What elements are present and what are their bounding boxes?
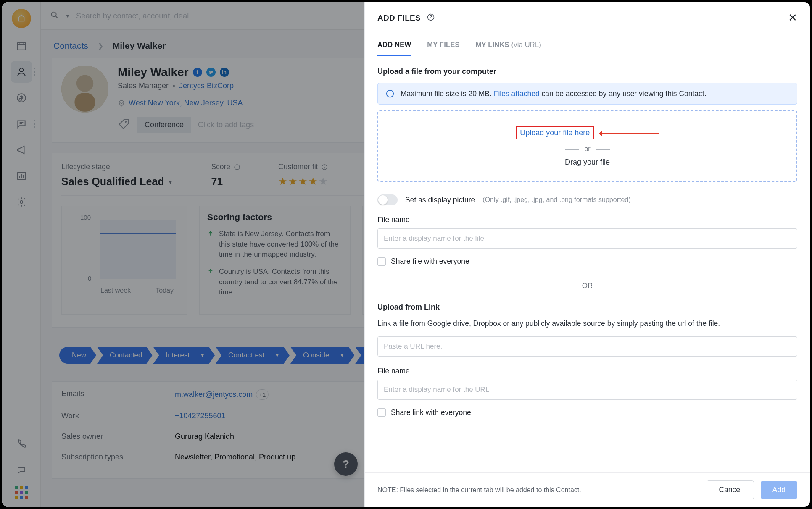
info-icon — [385, 89, 395, 98]
upload-section-title: Upload a file from your computer — [377, 67, 797, 76]
dropzone-or: or — [378, 145, 796, 153]
display-picture-hint: (Only .gif, .jpeg, .jpg, and .png format… — [482, 196, 630, 204]
url-input[interactable] — [377, 336, 797, 357]
info-banner: Maximum file size is 20 MB. Files attach… — [377, 83, 797, 105]
url-name-label: File name — [377, 367, 797, 375]
link-section-desc: Link a file from Google drive, Dropbox o… — [377, 318, 797, 329]
tab-my-files[interactable]: MY FILES — [427, 34, 459, 56]
share-link-checkbox[interactable] — [377, 408, 386, 417]
footer-note: NOTE: Files selected in the current tab … — [377, 486, 581, 494]
files-attached-link[interactable]: Files attached — [494, 89, 540, 98]
filename-input[interactable] — [377, 228, 797, 249]
help-icon[interactable] — [427, 13, 435, 23]
banner-text-pre: Maximum file size is 20 MB. — [401, 89, 494, 98]
filename-label: File name — [377, 215, 797, 224]
cancel-button[interactable]: Cancel — [707, 480, 754, 499]
display-picture-label: Set as display picture — [405, 196, 475, 205]
close-icon[interactable]: ✕ — [788, 11, 797, 24]
add-files-modal: ADD FILES ✕ ADD NEW MY FILES MY LINKS (v… — [364, 2, 810, 507]
link-section-title: Upload from Link — [377, 303, 797, 312]
upload-file-link[interactable]: Upload your file here — [516, 126, 594, 139]
tab-my-links[interactable]: MY LINKS (via URL) — [476, 34, 541, 56]
tab-add-new[interactable]: ADD NEW — [377, 34, 411, 56]
dropzone-drag-text: Drag your file — [378, 158, 796, 167]
share-file-checkbox[interactable] — [377, 257, 386, 266]
modal-title: ADD FILES — [377, 13, 421, 23]
share-file-label: Share file with everyone — [391, 257, 469, 266]
display-picture-toggle[interactable] — [377, 194, 398, 205]
add-button[interactable]: Add — [761, 481, 797, 499]
modal-footer: NOTE: Files selected in the current tab … — [365, 472, 810, 507]
banner-text-post: can be accessed by any user viewing this… — [540, 89, 707, 98]
annotation-arrow — [600, 133, 659, 134]
url-name-input[interactable] — [377, 380, 797, 400]
section-divider: OR — [377, 282, 797, 290]
modal-tabs: ADD NEW MY FILES MY LINKS (via URL) — [365, 34, 810, 56]
share-link-label: Share link with everyone — [391, 408, 471, 417]
upload-dropzone[interactable]: Upload your file here or Drag your file — [377, 110, 797, 182]
